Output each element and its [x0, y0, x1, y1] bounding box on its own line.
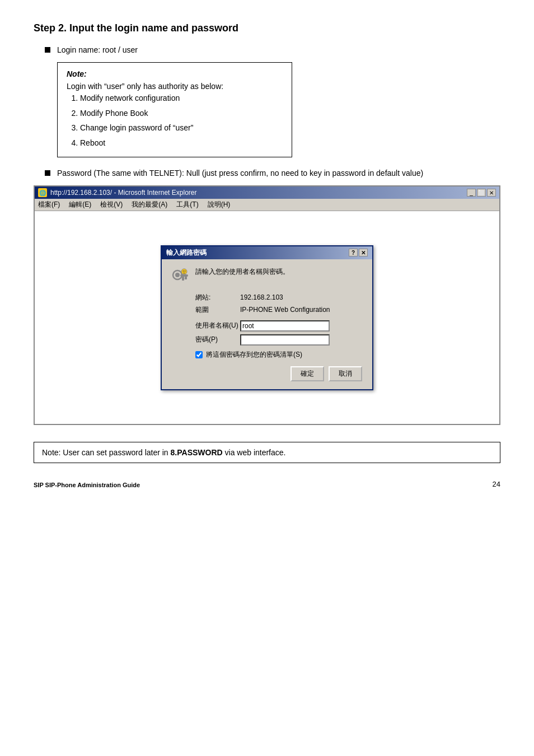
dialog-realm-label: 範圍	[195, 305, 240, 315]
dialog-site-label: 網站:	[195, 293, 240, 302]
restore-button[interactable]: ⬜	[477, 189, 486, 197]
dialog-titlebar: 輸入網路密碼 ? ✕	[162, 246, 372, 259]
dialog-titlebar-controls[interactable]: ? ✕	[349, 249, 368, 256]
note-intro: Login with “user” only has authority as …	[67, 82, 283, 91]
dialog-help-button[interactable]: ?	[349, 249, 358, 256]
svg-point-6	[183, 270, 184, 272]
username-row: 使用者名稱(U)	[195, 320, 364, 332]
note-box: Note: Login with “user” only has authori…	[57, 62, 292, 157]
list-item: Reboot	[80, 136, 283, 151]
dialog-realm-row: 範圍 IP-PHONE Web Configuration	[195, 305, 364, 315]
username-label: 使用者名稱(U)	[195, 321, 240, 330]
menu-edit[interactable]: 編輯(E)	[69, 200, 91, 209]
ie-browser-window: 🌐 http://192.168.2.103/ - Microsoft Inte…	[34, 185, 500, 425]
save-password-row: 將這個密碼存到您的密碼清單(S)	[195, 350, 364, 360]
list-item: Modify Phone Book	[80, 106, 283, 121]
dialog-body: 請輸入您的使用者名稱與密碼。 網站: 192.168.2.103 範圍 IP-P…	[162, 259, 372, 389]
save-password-label: 將這個密碼存到您的密碼清單(S)	[206, 350, 302, 360]
ie-icon: 🌐	[38, 188, 47, 197]
password-input[interactable]	[240, 334, 330, 346]
bottom-note-text-bold: 8.PASSWORD	[171, 448, 223, 457]
login-name-item: Login name: root / user	[45, 45, 500, 54]
ie-titlebar-controls[interactable]: _ ⬜ ✕	[467, 189, 496, 197]
login-dialog: 輸入網路密碼 ? ✕	[161, 245, 373, 390]
dialog-title: 輸入網路密碼	[166, 248, 207, 258]
bullet-icon	[45, 170, 50, 176]
menu-view[interactable]: 檢視(V)	[100, 200, 123, 209]
menu-favorites[interactable]: 我的最愛(A)	[132, 200, 167, 209]
svg-rect-3	[185, 277, 187, 279]
bottom-note: Note: User can set password later in 8.P…	[34, 442, 500, 463]
ie-menubar: 檔案(F) 編輯(E) 檢視(V) 我的最愛(A) 工具(T) 說明(H)	[35, 199, 499, 211]
bottom-note-text-after: via web interface.	[223, 448, 286, 457]
ie-titlebar: 🌐 http://192.168.2.103/ - Microsoft Inte…	[35, 186, 499, 199]
ie-content: 輸入網路密碼 ? ✕	[35, 211, 499, 424]
ie-title-text: http://192.168.2.103/ - Microsoft Intern…	[50, 189, 196, 197]
svg-point-7	[185, 270, 186, 272]
menu-tools[interactable]: 工具(T)	[176, 200, 198, 209]
list-item: Modify network configuration	[80, 91, 283, 106]
close-button[interactable]: ✕	[487, 189, 496, 197]
bullet-icon	[45, 47, 50, 53]
note-title: Note:	[67, 69, 283, 78]
dialog-site-value: 192.168.2.103	[240, 293, 283, 301]
ok-button[interactable]: 確定	[291, 366, 324, 381]
bottom-note-text-normal: Note: User can set password later in	[42, 448, 171, 457]
menu-file[interactable]: 檔案(F)	[38, 200, 60, 209]
dialog-prompt: 請輸入您的使用者名稱與密碼。	[195, 267, 289, 277]
dialog-icon-row: 請輸入您的使用者名稱與密碼。	[170, 267, 364, 287]
dialog-fields: 網站: 192.168.2.103 範圍 IP-PHONE Web Config…	[195, 293, 364, 315]
password-text: Password (The same with TELNET): Null (j…	[57, 169, 423, 178]
save-password-checkbox[interactable]	[195, 351, 203, 358]
note-list: Modify network configuration Modify Phon…	[80, 91, 283, 150]
svg-rect-4	[182, 277, 184, 281]
step-heading: Step 2. Input the login name and passwor…	[34, 22, 500, 34]
lock-icon	[170, 267, 190, 287]
footer-page-number: 24	[493, 480, 500, 488]
password-label: 密碼(P)	[195, 335, 240, 344]
minimize-button[interactable]: _	[467, 189, 476, 197]
dialog-site-row: 網站: 192.168.2.103	[195, 293, 364, 302]
dialog-buttons: 確定 取消	[170, 366, 362, 381]
login-name-text: Login name: root / user	[57, 45, 138, 54]
ie-titlebar-left: 🌐 http://192.168.2.103/ - Microsoft Inte…	[38, 188, 196, 197]
password-row: 密碼(P)	[195, 334, 364, 346]
svg-point-1	[175, 273, 180, 277]
svg-rect-2	[180, 274, 188, 277]
dialog-close-button[interactable]: ✕	[359, 249, 368, 256]
password-item: Password (The same with TELNET): Null (j…	[45, 169, 500, 178]
footer: SIP SIP-Phone Administration Guide 24	[34, 480, 500, 488]
footer-left: SIP SIP-Phone Administration Guide	[34, 482, 140, 488]
list-item: Change login password of “user”	[80, 120, 283, 136]
dialog-realm-value: IP-PHONE Web Configuration	[240, 306, 330, 314]
menu-help[interactable]: 說明(H)	[208, 200, 231, 209]
username-input[interactable]	[240, 320, 330, 332]
cancel-button[interactable]: 取消	[329, 366, 362, 381]
